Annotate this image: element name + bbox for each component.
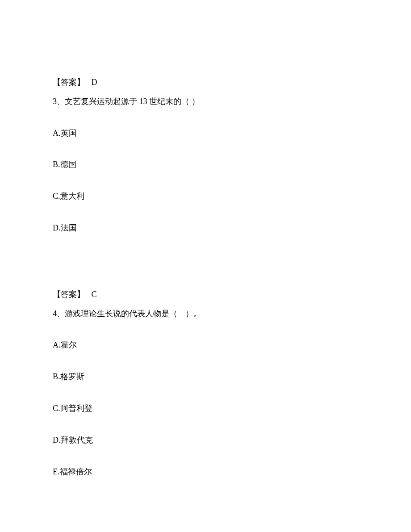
question-number: 4、 <box>53 309 65 318</box>
option-prefix: C. <box>53 192 60 201</box>
option-3a: A.英国 <box>53 127 358 140</box>
question-text-num: 13 <box>139 97 147 106</box>
option-4a: A.霍尔 <box>53 339 358 352</box>
question-3-text: 3、文艺复兴运动起源于 13 世纪末的（ ） <box>53 95 358 108</box>
option-prefix: A. <box>53 129 61 138</box>
question-block-3: 3、文艺复兴运动起源于 13 世纪末的（ ） A.英国 B.德国 C.意大利 D… <box>53 95 358 235</box>
option-prefix: C. <box>53 404 60 413</box>
option-4b: B.格罗斯 <box>53 370 358 383</box>
option-3b: B.德国 <box>53 158 358 171</box>
question-block-4: 4、游戏理论生长说的代表人物是（ ）。 A.霍尔 B.格罗斯 C.阿普利登 D.… <box>53 307 358 478</box>
option-prefix: B. <box>53 160 60 169</box>
option-prefix: D. <box>53 436 61 444</box>
answer-value: C <box>92 290 97 299</box>
option-text: 霍尔 <box>61 340 77 349</box>
option-prefix: D. <box>53 223 61 232</box>
answer-label: 【答案】 <box>53 290 85 299</box>
question-block-3-answer: 【答案】 C <box>53 288 358 301</box>
option-3d: D.法国 <box>53 222 358 235</box>
option-3c: C.意大利 <box>53 190 358 203</box>
option-text: 拜敦代克 <box>61 436 93 444</box>
question-block-2-answer: 【答案】 D <box>53 76 358 89</box>
answer-3: 【答案】 C <box>53 288 358 301</box>
option-text: 法国 <box>61 223 77 232</box>
option-4c: C.阿普利登 <box>53 402 358 415</box>
answer-2: 【答案】 D <box>53 76 358 89</box>
option-prefix: A. <box>53 340 61 349</box>
option-prefix: E. <box>53 467 60 476</box>
question-text-part1: 文艺复兴运动起源于 <box>65 97 139 106</box>
question-text-part2: 世纪末的（ ） <box>147 97 200 106</box>
question-4-text: 4、游戏理论生长说的代表人物是（ ）。 <box>53 307 358 320</box>
option-text: 阿普利登 <box>60 404 92 413</box>
option-text: 福禄倍尔 <box>60 467 92 476</box>
option-text: 德国 <box>60 160 76 169</box>
answer-label: 【答案】 <box>53 78 85 87</box>
option-text: 英国 <box>61 129 77 138</box>
option-text: 意大利 <box>60 192 84 201</box>
option-text: 格罗斯 <box>60 372 84 381</box>
answer-value: D <box>92 78 97 87</box>
option-prefix: B. <box>53 372 60 381</box>
question-text: 游戏理论生长说的代表人物是（ ）。 <box>65 309 201 318</box>
question-number: 3、 <box>53 97 65 106</box>
option-4d: D.拜敦代克 <box>53 434 358 447</box>
option-4e: E.福禄倍尔 <box>53 465 358 478</box>
